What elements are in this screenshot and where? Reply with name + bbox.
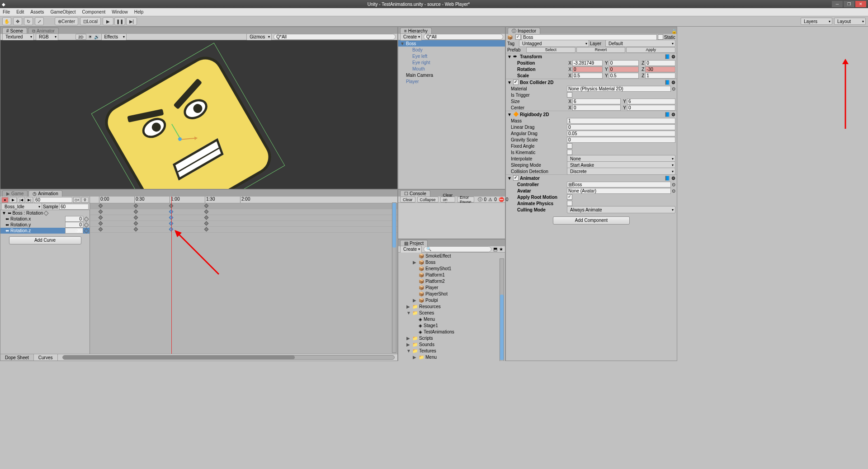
keyframe[interactable]: [134, 227, 138, 232]
lock-icon[interactable]: 🔒: [671, 29, 677, 34]
keyframe[interactable]: [204, 204, 209, 208]
gear-icon[interactable]: ⚙: [671, 176, 675, 181]
project-item[interactable]: ◈Stage1: [398, 322, 505, 328]
size-x-field[interactable]: 6: [572, 98, 621, 104]
dopesheet-tab[interactable]: Dope Sheet: [0, 354, 34, 361]
project-item[interactable]: ▶📁Sounds: [398, 341, 505, 347]
layout-dropdown[interactable]: Layout: [834, 18, 866, 25]
play-button[interactable]: ▶: [103, 17, 113, 25]
object-picker-icon[interactable]: ⊙: [672, 188, 675, 193]
keyframe[interactable]: [204, 210, 209, 214]
mass-field[interactable]: 1: [567, 118, 675, 124]
step-button[interactable]: ▶|: [126, 17, 137, 25]
help-icon[interactable]: 📘: [665, 112, 670, 117]
menu-assets[interactable]: Assets: [30, 9, 44, 14]
gameobject-name-field[interactable]: Boss: [522, 34, 657, 40]
gizmos-dropdown[interactable]: Gizmos: [246, 33, 272, 41]
frame-field[interactable]: 60: [34, 197, 72, 203]
keyframe[interactable]: [99, 227, 103, 232]
minimize-button[interactable]: ─: [832, 1, 843, 7]
boxcollider-component-header[interactable]: ▼ Box Collider 2D📘⚙: [506, 79, 677, 85]
clip-dropdown[interactable]: Boss_Idle: [1, 203, 42, 210]
menu-help[interactable]: Help: [134, 9, 144, 14]
menu-file[interactable]: File: [3, 9, 10, 14]
tab-scene[interactable]: # Scene: [2, 28, 27, 34]
add-event-button[interactable]: ⚲: [81, 197, 89, 203]
project-item[interactable]: ▶📦Boss: [398, 259, 505, 265]
2d-toggle[interactable]: 2D: [75, 34, 86, 40]
project-search[interactable]: 🔍: [424, 246, 491, 252]
lineardrag-field[interactable]: 0: [567, 124, 675, 130]
size-y-field[interactable]: 6: [627, 98, 675, 104]
next-key-button[interactable]: ▶|: [26, 197, 33, 203]
project-item[interactable]: ▶📁Resources: [398, 303, 505, 310]
project-item[interactable]: ▼📁Scenes: [398, 310, 505, 316]
project-item[interactable]: ◈Menu: [398, 316, 505, 322]
boss-sprite[interactable]: [99, 50, 278, 189]
material-field[interactable]: None (Physics Material 2D): [567, 86, 671, 92]
iskinematic-checkbox[interactable]: [567, 150, 572, 155]
help-icon[interactable]: 📘: [665, 80, 670, 85]
angulardrag-field[interactable]: 0.05: [567, 131, 675, 136]
object-picker-icon[interactable]: ⊙: [672, 86, 675, 91]
render-dropdown[interactable]: RGB: [36, 33, 58, 41]
position-z-field[interactable]: 0: [645, 60, 675, 66]
console-clearonplay-button[interactable]: Clear on Play: [440, 197, 456, 202]
scale-y-field[interactable]: 0.5: [609, 73, 639, 79]
keyframe[interactable]: [134, 221, 138, 226]
gravityscale-field[interactable]: 0: [567, 137, 675, 143]
center-y-field[interactable]: 0: [627, 105, 675, 111]
audio-icon[interactable]: 🔊: [94, 34, 99, 39]
animator-enabled-checkbox[interactable]: [513, 175, 519, 181]
hierarchy-item[interactable]: ▼Boss: [398, 40, 505, 47]
project-create-dropdown[interactable]: Create: [400, 246, 422, 253]
prefab-select-button[interactable]: Select: [526, 47, 576, 53]
menu-gameobject[interactable]: GameObject: [50, 9, 75, 14]
hierarchy-item[interactable]: Eye right: [398, 59, 505, 66]
sample-field[interactable]: 60: [59, 204, 89, 210]
hierarchy-item[interactable]: Body: [398, 47, 505, 53]
console-clear-button[interactable]: Clear: [400, 197, 415, 202]
info-count-icon[interactable]: ⓘ: [478, 197, 482, 203]
controller-field[interactable]: ⊞ Boss: [567, 182, 671, 188]
filter-icon[interactable]: ⬒: [493, 247, 497, 252]
shading-dropdown[interactable]: Textured: [2, 33, 34, 41]
hierarchy-item[interactable]: Main Camera: [398, 72, 505, 78]
animation-timeline[interactable]: 0:000:301:001:302:00: [90, 197, 397, 354]
collisiondetection-dropdown[interactable]: Discrete: [567, 168, 675, 175]
add-curve-button[interactable]: Add Curve: [9, 236, 81, 244]
close-button[interactable]: ✕: [855, 1, 866, 7]
rotation-y-field[interactable]: 0: [609, 66, 639, 72]
add-component-button[interactable]: Add Component: [553, 216, 630, 225]
avatar-field[interactable]: None (Avatar): [567, 188, 671, 194]
project-item[interactable]: 🖼background: [398, 360, 505, 361]
rotation-z-field[interactable]: -30: [645, 66, 675, 72]
project-item[interactable]: ▶📁Scripts: [398, 335, 505, 341]
hierarchy-create-dropdown[interactable]: Create: [400, 33, 422, 41]
keyframe[interactable]: [99, 216, 103, 220]
tab-console[interactable]: ☐ Console: [400, 190, 430, 197]
timeline-hscrollbar[interactable]: [62, 355, 395, 360]
enabled-checkbox[interactable]: [515, 34, 521, 40]
hierarchy-search[interactable]: Q*All: [424, 34, 503, 40]
hand-tool-button[interactable]: ✋: [2, 17, 11, 25]
gear-icon[interactable]: ⚙: [671, 80, 675, 85]
save-search-icon[interactable]: ★: [499, 247, 503, 252]
scale-tool-button[interactable]: ⤢: [35, 17, 44, 25]
light-icon[interactable]: ☀: [88, 34, 92, 39]
boxcollider-enabled-checkbox[interactable]: [513, 80, 519, 85]
error-count-icon[interactable]: ⛔: [499, 197, 504, 202]
keyframe[interactable]: [204, 216, 209, 220]
project-item[interactable]: 📦Platform1: [398, 272, 505, 278]
hierarchy-item[interactable]: Mouth: [398, 66, 505, 72]
help-icon[interactable]: 📘: [665, 54, 670, 59]
layer-dropdown[interactable]: Default: [605, 40, 675, 47]
hierarchy-item[interactable]: Eye left: [398, 53, 505, 59]
timeline-vscrollbar[interactable]: [392, 202, 396, 353]
tab-animator[interactable]: ⧉ Animator: [28, 28, 59, 34]
tab-game[interactable]: ▶ Game: [2, 190, 28, 197]
project-item[interactable]: 📦PlayerShot: [398, 291, 505, 297]
effects-dropdown[interactable]: Effects: [101, 33, 127, 41]
rootmotion-checkbox[interactable]: [567, 194, 572, 200]
console-errorpause-button[interactable]: Error Pause: [457, 197, 474, 202]
